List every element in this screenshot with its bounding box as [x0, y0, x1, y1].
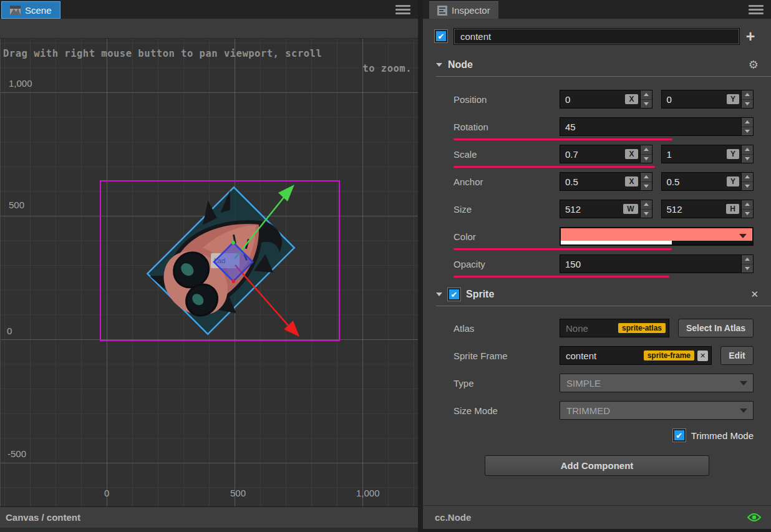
- edit-button[interactable]: Edit: [720, 346, 754, 365]
- rotation-field[interactable]: 45: [560, 117, 754, 136]
- gear-icon[interactable]: ⚙: [749, 58, 759, 72]
- size-mode-value: TRIMMED: [566, 405, 610, 416]
- sprite-frame-badge: sprite-frame: [644, 351, 694, 360]
- inspector-menu-icon[interactable]: [749, 5, 764, 14]
- sprite-atlas-badge: sprite-atlas: [618, 323, 666, 333]
- color-label: Color: [453, 231, 560, 242]
- scale-y-value[interactable]: 1: [662, 145, 727, 163]
- anchor-y-stepper[interactable]: [741, 173, 753, 190]
- color-alpha-bar: [561, 241, 752, 244]
- opacity-value[interactable]: 150: [560, 255, 741, 273]
- gizmo-bottom-vertex-dot: [231, 279, 235, 283]
- node-active-checkbox[interactable]: ✔: [435, 30, 447, 42]
- type-select[interactable]: SIMPLE: [560, 374, 754, 392]
- scene-breadcrumb: Canvas / content: [0, 506, 418, 528]
- section-divider: [436, 76, 771, 77]
- opacity-label: Opacity: [453, 259, 560, 269]
- sprite-section-header: ✔ Sprite ✕: [436, 285, 759, 304]
- rotation-stepper[interactable]: [741, 118, 753, 135]
- type-label: Type: [453, 378, 560, 389]
- node-section-title: Node: [448, 59, 473, 70]
- gizmo-x-axis-handle[interactable]: [235, 265, 299, 337]
- size-h-value[interactable]: 512: [662, 200, 727, 218]
- atlas-value: None: [566, 323, 614, 334]
- rotation-value[interactable]: 45: [560, 118, 741, 135]
- row-size: Size 512 W 512 H: [423, 195, 771, 223]
- panel-divider[interactable]: [418, 0, 423, 532]
- row-position: Position 0 X 0 Y: [423, 85, 771, 113]
- tab-scene[interactable]: Scene: [1, 1, 61, 19]
- select-in-atlas-button[interactable]: Select In Atlas: [678, 319, 754, 337]
- scale-y-stepper[interactable]: [741, 145, 753, 163]
- atlas-asset-field[interactable]: None sprite-atlas: [560, 319, 669, 337]
- scene-tab-label: Scene: [25, 5, 52, 16]
- size-label: Size: [453, 204, 560, 215]
- anchor-label: Anchor: [453, 177, 560, 187]
- size-h-stepper[interactable]: [741, 200, 753, 218]
- position-y-value[interactable]: 0: [662, 90, 727, 108]
- chevron-down-icon[interactable]: [436, 63, 442, 67]
- anchor-x-field[interactable]: 0.5 X: [560, 172, 652, 191]
- inspector-panel: Inspector ✔ content + Node ⚙ Position 0 …: [423, 0, 771, 532]
- scale-label: Scale: [453, 149, 560, 160]
- position-x-field[interactable]: 0 X: [560, 90, 652, 109]
- row-trimmed-mode: ✔ Trimmed Mode: [423, 424, 771, 447]
- clear-asset-icon[interactable]: ✕: [697, 351, 708, 361]
- w-axis-badge: W: [623, 204, 638, 214]
- size-w-value[interactable]: 512: [560, 200, 623, 218]
- scene-tab-icon: [10, 6, 21, 15]
- inspector-tab-icon: [437, 6, 447, 16]
- chevron-down-icon[interactable]: [436, 293, 442, 296]
- trimmed-mode-checkbox[interactable]: ✔: [673, 429, 686, 442]
- opacity-field[interactable]: 150: [560, 254, 754, 273]
- scale-x-field[interactable]: 0.7 X: [560, 145, 652, 163]
- size-h-field[interactable]: 512 H: [661, 200, 754, 218]
- x-axis-badge: X: [625, 149, 638, 159]
- inspector-tabbar: Inspector: [423, 0, 771, 19]
- color-swatch-fill: [561, 228, 752, 241]
- sprite-enabled-checkbox[interactable]: ✔: [448, 288, 460, 301]
- scene-tabbar: Scene: [0, 0, 418, 19]
- scene-menu-icon[interactable]: [395, 5, 410, 14]
- atlas-label: Atlas: [453, 323, 560, 334]
- position-x-value[interactable]: 0: [560, 90, 625, 108]
- chevron-down-icon: [739, 234, 747, 238]
- type-value: SIMPLE: [566, 378, 601, 389]
- row-color: Color: [423, 223, 771, 250]
- row-atlas: Atlas None sprite-atlas Select In Atlas: [423, 314, 771, 342]
- size-w-stepper[interactable]: [640, 200, 652, 218]
- scale-x-stepper[interactable]: [640, 145, 652, 163]
- anchor-y-value[interactable]: 0.5: [662, 173, 727, 190]
- y-axis-badge: Y: [727, 177, 739, 186]
- close-icon[interactable]: ✕: [750, 289, 759, 300]
- size-mode-select[interactable]: TRIMMED: [560, 401, 754, 420]
- inspector-tab-label: Inspector: [452, 5, 490, 16]
- node-name-input[interactable]: content: [453, 28, 740, 45]
- position-y-stepper[interactable]: [741, 90, 753, 108]
- row-sprite-frame: Sprite Frame content sprite-frame ✕ Edit: [423, 342, 771, 369]
- position-y-field[interactable]: 0 Y: [661, 90, 754, 109]
- scale-y-field[interactable]: 1 Y: [661, 145, 754, 163]
- eye-icon[interactable]: [747, 513, 761, 522]
- chevron-down-icon: [740, 409, 747, 413]
- add-icon[interactable]: +: [740, 27, 761, 46]
- sprite-section-title: Sprite: [466, 289, 494, 300]
- add-component-button[interactable]: Add Component: [485, 455, 709, 476]
- anchor-y-field[interactable]: 0.5 Y: [661, 172, 754, 191]
- row-scale: Scale 0.7 X 1 Y: [423, 140, 771, 168]
- row-size-mode: Size Mode TRIMMED: [423, 397, 771, 424]
- inspector-footer: cc.Node: [423, 505, 771, 532]
- anchor-x-stepper[interactable]: [640, 173, 652, 190]
- opacity-change-highlight: [453, 276, 669, 278]
- anchor-x-value[interactable]: 0.5: [560, 173, 625, 190]
- sprite-frame-value: content: [566, 351, 640, 361]
- tab-inspector[interactable]: Inspector: [429, 1, 498, 19]
- section-divider: [436, 306, 771, 306]
- scene-viewport[interactable]: Drag with right mouse button to pan view…: [0, 39, 418, 506]
- position-x-stepper[interactable]: [640, 90, 652, 108]
- sprite-frame-asset-field[interactable]: content sprite-frame ✕: [560, 346, 712, 365]
- opacity-stepper[interactable]: [741, 255, 753, 273]
- size-w-field[interactable]: 512 W: [560, 200, 652, 218]
- color-swatch[interactable]: [560, 227, 754, 246]
- scale-x-value[interactable]: 0.7: [560, 145, 625, 163]
